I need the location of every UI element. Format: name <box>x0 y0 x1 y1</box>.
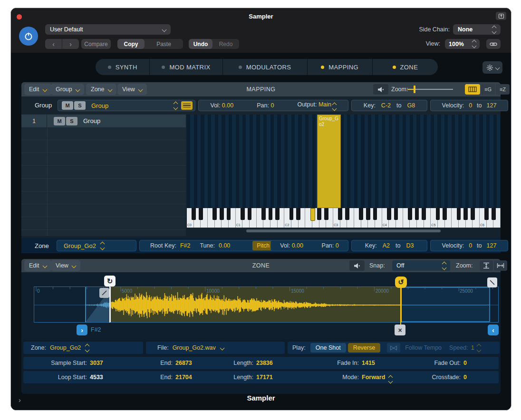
piano-black-key[interactable] <box>289 208 294 220</box>
tab-mapping[interactable]: MAPPING <box>308 59 373 75</box>
group-stepper[interactable] <box>174 102 177 109</box>
piano-black-key[interactable] <box>415 208 419 220</box>
piano-black-key[interactable] <box>296 208 300 220</box>
undo-button[interactable]: Undo <box>189 39 212 49</box>
crossfade-value[interactable]: 0 <box>463 374 467 381</box>
loop-start-marker[interactable]: ↻ <box>104 276 116 286</box>
keyboard-scrollbar[interactable] <box>187 229 501 233</box>
piano-black-key[interactable] <box>387 208 391 220</box>
group-name-value[interactable]: Group <box>91 102 108 109</box>
tab-zone[interactable]: ZONE <box>373 59 438 75</box>
piano-black-key[interactable] <box>275 208 280 220</box>
group-list-empty[interactable] <box>21 127 186 236</box>
loop-end-value[interactable]: 21704 <box>175 374 192 381</box>
preset-dropdown[interactable]: User Default <box>45 24 171 35</box>
piano-black-key[interactable] <box>269 208 273 220</box>
piano-black-key[interactable] <box>212 208 217 220</box>
loop-end-marker[interactable]: ↺ <box>395 277 407 288</box>
piano-black-key[interactable] <box>471 208 475 220</box>
copy-button[interactable]: Copy <box>117 39 145 49</box>
zone-vol[interactable]: Vol: 0.00 <box>280 242 303 249</box>
compare-button[interactable]: Compare <box>81 39 111 49</box>
piano-black-key[interactable] <box>492 208 496 220</box>
piano-black-key[interactable] <box>443 208 447 220</box>
zone-audition-button[interactable] <box>349 260 365 271</box>
piano-black-key[interactable] <box>192 208 196 220</box>
sample-end-value[interactable]: 26873 <box>175 360 192 366</box>
crossfade-loop-button[interactable] <box>387 343 400 353</box>
sample-start-value[interactable]: 3037 <box>90 360 103 366</box>
group-output[interactable]: Output: Main <box>297 101 336 110</box>
zone-view-menu[interactable]: View <box>51 260 80 271</box>
piano-black-key[interactable] <box>227 208 231 220</box>
piano-black-key[interactable] <box>484 208 489 220</box>
zone-key-range-box[interactable]: Key: A2 to D3 <box>351 240 427 251</box>
loop-start-value[interactable]: 4533 <box>90 374 103 381</box>
sample-start-handle[interactable]: › <box>77 325 87 335</box>
piano-black-key[interactable] <box>457 208 461 220</box>
piano-black-key[interactable] <box>373 208 377 220</box>
mapping-zone-menu[interactable]: Zone <box>86 84 116 95</box>
mapping-edit-menu[interactable]: Edit <box>24 84 51 95</box>
loop-mode-value[interactable]: Forward <box>362 374 392 383</box>
piano-black-key[interactable] <box>422 208 426 220</box>
piano-black-key[interactable] <box>394 208 398 220</box>
paste-button[interactable]: Paste <box>145 39 183 49</box>
view-zoom-stepper[interactable]: 100% <box>445 39 480 49</box>
view-keyboard-button[interactable] <box>465 84 480 95</box>
side-chain-dropdown[interactable]: None <box>453 24 501 35</box>
group-row-mute-button[interactable]: M <box>54 117 65 125</box>
piano-black-key[interactable] <box>241 208 245 220</box>
piano-black-key[interactable] <box>317 208 321 220</box>
mapping-group-menu[interactable]: Group <box>51 84 84 95</box>
follow-tempo-button[interactable]: Follow Tempo <box>405 344 442 351</box>
piano-black-key-root-highlight[interactable] <box>310 208 316 221</box>
zone-pan[interactable]: Pan: 0 <box>322 242 339 249</box>
zoom-vertical-button[interactable] <box>480 260 493 271</box>
tab-mod-matrix[interactable]: MOD MATRIX <box>150 59 222 75</box>
group-list-toggle-button[interactable] <box>181 101 193 110</box>
mapping-zoom-slider-track[interactable] <box>410 89 453 90</box>
pop-out-button[interactable] <box>496 12 506 20</box>
mapping-grid[interactable]: Group_Go2 <box>187 115 501 208</box>
piano-black-key[interactable] <box>345 208 349 220</box>
redo-button[interactable]: Redo <box>212 39 239 49</box>
piano-black-key[interactable] <box>261 208 266 220</box>
keyboard[interactable]: C0C1C2C3C4C5C6 <box>187 208 501 228</box>
group-list-row[interactable]: 1 M S Group <box>21 115 186 127</box>
group-mute-button[interactable]: M <box>62 101 73 110</box>
fade-in-handle[interactable] <box>99 288 109 298</box>
reverse-button[interactable]: Reverse <box>348 343 381 353</box>
fade-out-value[interactable]: 0 <box>463 360 467 366</box>
mapping-zoom-slider-handle[interactable] <box>414 86 415 93</box>
group-velocity-range-box[interactable]: Velocity: 0 to 127 <box>430 100 508 111</box>
power-button[interactable] <box>19 27 38 46</box>
tab-modulators[interactable]: MODULATORS <box>223 59 308 75</box>
group-key-range-box[interactable]: Key: C-2 to G8 <box>351 100 427 111</box>
piano-black-key[interactable] <box>463 208 468 220</box>
piano-black-key[interactable] <box>199 208 203 220</box>
piano-black-key[interactable] <box>338 208 342 220</box>
piano-black-key[interactable] <box>366 208 370 220</box>
group-vol[interactable]: Vol: 0.00 <box>211 102 234 109</box>
sample-length-value[interactable]: 23836 <box>256 360 273 366</box>
tune-value[interactable]: 0.00 <box>219 242 230 249</box>
zone-edit-menu[interactable]: Edit <box>24 260 51 271</box>
group-solo-button[interactable]: S <box>74 101 86 110</box>
file-info-box[interactable]: File: Group_Go2.wav <box>146 342 285 354</box>
loop-end-bottom-handle[interactable]: × <box>395 325 405 335</box>
tab-synth[interactable]: SYNTH <box>96 59 150 75</box>
nav-back-button[interactable]: ‹ <box>45 39 62 49</box>
mapping-view-menu[interactable]: View <box>117 84 147 95</box>
sample-end-handle[interactable]: ‹ <box>488 325 499 335</box>
zone-velocity-range-box[interactable]: Velocity: 0 to 127 <box>430 240 508 251</box>
action-menu-button[interactable] <box>482 61 502 74</box>
fade-out-handle[interactable] <box>487 277 497 287</box>
loop-length-value[interactable]: 17171 <box>256 374 273 381</box>
root-key-value[interactable]: F#2 <box>180 242 191 249</box>
nav-forward-button[interactable]: › <box>62 39 79 49</box>
view-zone-list-button[interactable]: ≡Z <box>496 84 510 95</box>
piano-black-key[interactable] <box>408 208 412 220</box>
snap-dropdown[interactable]: Off <box>392 260 450 271</box>
one-shot-button[interactable]: One Shot <box>310 343 346 353</box>
